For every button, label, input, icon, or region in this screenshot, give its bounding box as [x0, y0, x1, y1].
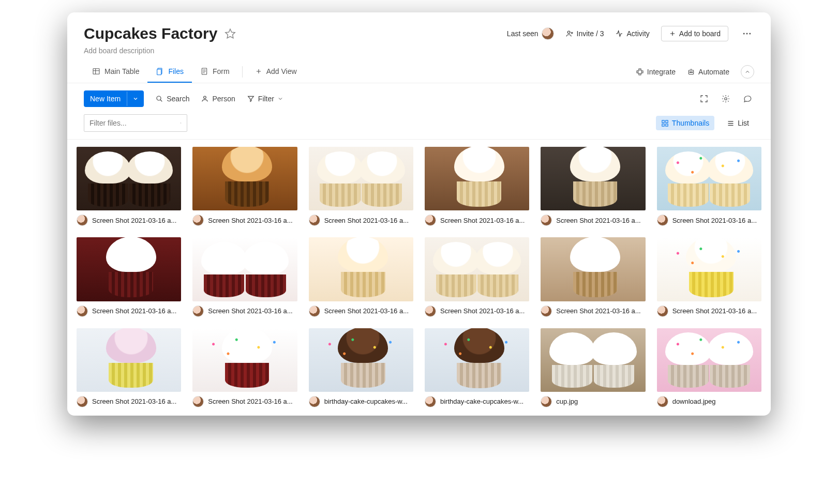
activity-button[interactable]: Activity [615, 29, 649, 38]
avatar [425, 306, 436, 317]
file-thumbnail[interactable] [541, 237, 645, 301]
filter-files-field[interactable] [89, 119, 180, 127]
header-actions: Last seen Invite / 3 Activity Add to boa… [507, 26, 754, 41]
file-card[interactable]: birthday-cake-cupcakes-w... [309, 328, 413, 407]
file-card[interactable]: Screen Shot 2021-03-16 a... [192, 147, 297, 226]
file-name: birthday-cake-cupcakes-w... [440, 398, 529, 405]
file-thumbnail[interactable] [77, 147, 181, 210]
file-card[interactable]: Screen Shot 2021-03-16 a... [309, 147, 413, 226]
file-thumbnail[interactable] [425, 328, 529, 392]
filter-files-input[interactable] [84, 114, 187, 132]
file-card[interactable]: Screen Shot 2021-03-16 a... [309, 237, 413, 316]
avatar [192, 306, 204, 317]
file-thumbnail[interactable] [192, 237, 297, 301]
file-thumbnail[interactable] [309, 147, 413, 210]
file-card[interactable]: Screen Shot 2021-03-16 a... [192, 237, 297, 316]
new-item-label: New Item [84, 90, 127, 107]
file-thumbnail[interactable] [541, 328, 645, 392]
integrate-button[interactable]: Integrate [636, 68, 676, 76]
file-thumbnail[interactable] [192, 328, 297, 392]
file-card[interactable]: download.jpeg [657, 328, 761, 407]
tab-files[interactable]: Files [147, 61, 192, 83]
file-thumbnail[interactable] [77, 237, 181, 301]
file-name: cup.jpg [556, 398, 645, 405]
svg-rect-18 [666, 120, 668, 122]
file-thumbnail[interactable] [541, 147, 645, 210]
comments-button[interactable] [741, 92, 754, 105]
file-thumbnail[interactable] [657, 328, 761, 392]
file-card[interactable]: Screen Shot 2021-03-16 a... [77, 147, 181, 226]
avatar [657, 215, 668, 226]
add-view-label: Add View [266, 67, 297, 75]
automate-button[interactable]: Automate [687, 68, 729, 76]
file-thumbnail[interactable] [425, 237, 529, 301]
file-meta: Screen Shot 2021-03-16 a... [425, 306, 529, 317]
tab-form[interactable]: Form [192, 61, 238, 83]
add-view-button[interactable]: Add View [247, 61, 305, 83]
file-card[interactable]: Screen Shot 2021-03-16 a... [77, 328, 181, 407]
file-thumbnail[interactable] [309, 328, 413, 392]
file-name: Screen Shot 2021-03-16 a... [208, 217, 297, 224]
file-name: Screen Shot 2021-03-16 a... [556, 217, 645, 224]
new-item-dropdown[interactable] [127, 91, 144, 106]
file-thumbnail[interactable] [77, 328, 181, 392]
more-options-button[interactable] [740, 26, 754, 41]
filter-label: Filter [258, 95, 274, 103]
collapse-toggle[interactable] [741, 65, 754, 79]
file-meta: Screen Shot 2021-03-16 a... [309, 215, 413, 226]
svg-rect-9 [638, 70, 641, 74]
view-thumbnails[interactable]: Thumbnails [656, 116, 714, 130]
automate-label: Automate [698, 68, 729, 76]
avatar [657, 396, 668, 407]
person-add-icon [565, 29, 574, 38]
svg-point-16 [181, 123, 182, 124]
file-meta: birthday-cake-cupcakes-w... [309, 396, 413, 407]
file-card[interactable]: Screen Shot 2021-03-16 a... [541, 147, 645, 226]
tab-main-table-label: Main Table [104, 67, 139, 75]
file-thumbnail[interactable] [657, 237, 761, 301]
file-meta: Screen Shot 2021-03-16 a... [541, 306, 645, 317]
file-card[interactable]: Screen Shot 2021-03-16 a... [77, 237, 181, 316]
fullscreen-button[interactable] [697, 92, 711, 105]
avatar [425, 215, 436, 226]
file-card[interactable]: Screen Shot 2021-03-16 a... [425, 147, 529, 226]
activity-label: Activity [626, 29, 649, 38]
dots-horizontal-icon [742, 28, 752, 39]
file-thumbnail[interactable] [425, 147, 529, 210]
person-filter[interactable]: Person [201, 95, 235, 103]
new-item-button[interactable]: New Item [84, 90, 144, 107]
file-card[interactable]: Screen Shot 2021-03-16 a... [192, 328, 297, 407]
file-card[interactable]: Screen Shot 2021-03-16 a... [657, 147, 761, 226]
file-meta: Screen Shot 2021-03-16 a... [541, 215, 645, 226]
search-tool[interactable]: Search [155, 95, 189, 103]
file-card[interactable]: Screen Shot 2021-03-16 a... [657, 237, 761, 316]
tabs-right: Integrate Automate [636, 65, 754, 79]
invite-button[interactable]: Invite / 3 [565, 29, 604, 38]
file-thumbnail[interactable] [309, 237, 413, 301]
view-list[interactable]: List [722, 116, 754, 130]
filter-tool[interactable]: Filter [247, 95, 283, 103]
file-name: Screen Shot 2021-03-16 a... [208, 398, 297, 405]
add-to-board-button[interactable]: Add to board [661, 26, 728, 41]
file-card[interactable]: Screen Shot 2021-03-16 a... [541, 237, 645, 316]
svg-point-1 [567, 31, 570, 34]
file-grid: Screen Shot 2021-03-16 a...Screen Shot 2… [67, 140, 771, 411]
file-thumbnail[interactable] [657, 147, 761, 210]
search-label: Search [167, 95, 189, 103]
settings-button[interactable] [719, 92, 732, 105]
file-card[interactable]: birthday-cake-cupcakes-w... [425, 328, 529, 407]
svg-point-12 [692, 72, 693, 73]
avatar [542, 27, 554, 40]
file-card[interactable]: cup.jpg [541, 328, 645, 407]
star-icon[interactable] [225, 28, 236, 39]
file-thumbnail[interactable] [192, 147, 297, 210]
last-seen[interactable]: Last seen [507, 27, 554, 40]
tab-main-table[interactable]: Main Table [84, 61, 147, 83]
file-name: birthday-cake-cupcakes-w... [324, 398, 413, 405]
board-description[interactable]: Add board description [67, 47, 771, 61]
file-meta: Screen Shot 2021-03-16 a... [657, 215, 761, 226]
expand-icon [699, 94, 709, 103]
file-name: Screen Shot 2021-03-16 a... [324, 217, 413, 224]
activity-icon [615, 29, 623, 38]
file-card[interactable]: Screen Shot 2021-03-16 a... [425, 237, 529, 316]
